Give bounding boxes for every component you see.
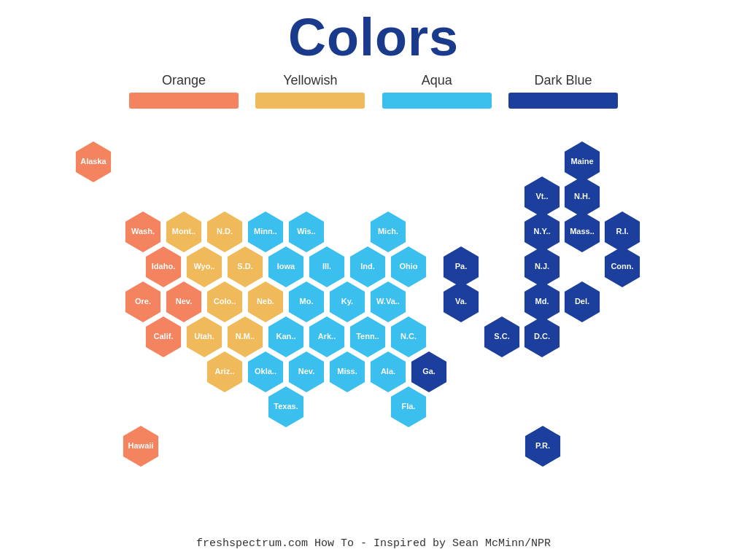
state-hex-sd: S.D.	[225, 246, 266, 287]
legend-item-yellowish: Yellowish	[252, 73, 368, 109]
state-hex-minn: Minn..	[245, 211, 286, 252]
legend-item-orange: Orange	[125, 73, 242, 109]
state-hex-colo: Colo..	[204, 281, 245, 322]
state-hex-wis: Wis..	[286, 211, 327, 252]
state-hex-okla: Okla..	[245, 351, 286, 392]
state-hex-ny: N.Y..	[522, 211, 562, 252]
legend-bar-orange	[129, 93, 239, 109]
state-hex-ariz: Ariz..	[204, 351, 245, 392]
page-title: Colors	[288, 7, 459, 67]
state-hex-calif: Calif.	[143, 316, 184, 357]
state-hex-del: Del.	[562, 281, 603, 322]
state-hex-hawaii: Hawaii	[120, 426, 161, 467]
state-hex-ore: Ore.	[123, 281, 163, 322]
legend-label-orange: Orange	[162, 73, 206, 88]
state-hex-texas: Texas.	[266, 386, 306, 427]
state-hex-nc: N.C.	[388, 316, 429, 357]
state-hex-va: Va.	[441, 281, 481, 322]
state-hex-kan: Kan..	[266, 316, 306, 357]
state-hex-ohio: Ohio	[388, 246, 429, 287]
state-hex-ga: Ga.	[409, 351, 449, 392]
state-hex-ky: Ky.	[327, 281, 368, 322]
state-hex-wash: Wash.	[123, 211, 163, 252]
state-hex-nd: N.D.	[204, 211, 245, 252]
state-hex-ri: R.I.	[602, 211, 643, 252]
state-hex-ind: Ind.	[347, 246, 388, 287]
state-hex-fla: Fla.	[388, 386, 429, 427]
footer: freshspectrum.com How To - Inspired by S…	[196, 537, 551, 550]
state-hex-neb: Neb.	[245, 281, 286, 322]
legend-item-aqua: Aqua	[379, 73, 495, 109]
state-hex-wyo: Wyo..	[184, 246, 225, 287]
state-hex-nev: Nev.	[163, 281, 204, 322]
state-hex-miss: Miss.	[327, 351, 368, 392]
state-hex-nj: N.J.	[522, 246, 562, 287]
legend-bar-aqua	[382, 93, 492, 109]
state-hex-mont: Mont..	[163, 211, 204, 252]
state-hex-vt: Vt..	[522, 176, 562, 217]
state-hex-iowa: Iowa	[266, 246, 306, 287]
state-hex-ala: Ala.	[368, 351, 409, 392]
state-hex-wva: W.Va..	[368, 281, 409, 322]
state-hex-mass: Mass..	[562, 211, 603, 252]
state-hex-md: Md.	[522, 281, 562, 322]
app: Colors Orange Yellowish Aqua Dark Blue A…	[0, 0, 747, 560]
state-hex-conn: Conn.	[602, 246, 643, 287]
legend-bar-yellowish	[255, 93, 365, 109]
state-hex-pa: Pa.	[441, 246, 481, 287]
legend: Orange Yellowish Aqua Dark Blue	[125, 73, 622, 109]
legend-bar-darkblue	[508, 93, 618, 109]
state-hex-idaho: Idaho.	[143, 246, 184, 287]
state-hex-tenn: Tenn..	[347, 316, 388, 357]
legend-label-darkblue: Dark Blue	[534, 73, 592, 88]
state-hex-ark: Ark..	[306, 316, 347, 357]
legend-item-darkblue: Dark Blue	[505, 73, 622, 109]
state-hex-ill: Ill.	[306, 246, 347, 287]
state-hex-alaska: Alaska	[73, 141, 114, 182]
map-container: AlaskaHawaiiMaineVt..N.H.Mass..R.I.Conn.…	[45, 116, 702, 466]
legend-label-aqua: Aqua	[422, 73, 452, 88]
state-hex-dc: D.C.	[522, 316, 562, 357]
state-hex-nm: N.M..	[225, 316, 266, 357]
state-hex-pr: P.R.	[522, 426, 563, 467]
state-hex-nev: Nev.	[286, 351, 327, 392]
state-hex-maine: Maine	[562, 141, 603, 182]
state-hex-nh: N.H.	[562, 176, 603, 217]
state-hex-mich: Mich.	[368, 211, 409, 252]
state-hex-sc: S.C.	[481, 316, 522, 357]
state-hex-utah: Utah.	[184, 316, 225, 357]
state-hex-mo: Mo.	[286, 281, 327, 322]
legend-label-yellowish: Yellowish	[283, 73, 337, 88]
